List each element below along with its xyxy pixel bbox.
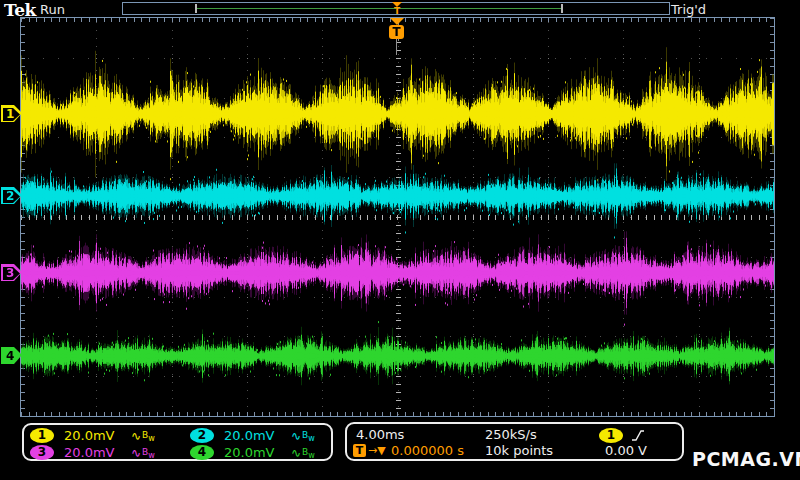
oscilloscope-screen: { "header": { "brand": "Tek", "acq_statu… [0,0,800,480]
ch3-position-marker[interactable]: 3 [1,264,22,281]
trigger-delay-readout: 0.000000 s [391,443,464,459]
channel-readouts-box[interactable]: 1 20.0mV ∿ Bw 2 20.0mV ∿ Bw 3 20.0mV ∿ B… [22,423,333,461]
ch1-scale: 20.0mV [64,428,115,443]
ch4-readout[interactable]: 4 20.0mV ∿ Bw [190,445,340,461]
sample-rate-readout: 250kS/s [485,427,537,443]
ch4-scale: 20.0mV [224,445,275,460]
trigger-delay-t-icon: T [353,444,366,457]
trigger-stem-line [396,39,397,55]
ac-coupling-icon: ∿ Bw [291,445,315,463]
ac-coupling-icon: ∿ Bw [131,428,155,446]
trigger-position-icon: T [390,2,404,15]
waveform-display [20,17,775,417]
record-window-line [197,8,561,9]
ch4-badge[interactable]: 4 [190,445,214,460]
trigger-level-readout: 0.00 V [605,443,647,459]
horizontal-trigger-readouts-box[interactable]: 4.00ms 250kS/s 1 T →▼ 0.000000 s 10k poi… [345,422,684,461]
waveform-canvas [21,18,774,416]
ch3-readout[interactable]: 3 20.0mV ∿ Bw [30,445,180,461]
ch1-badge[interactable]: 1 [30,428,54,443]
ch2-position-marker[interactable]: 2 [1,187,22,204]
trigger-arrow-icon [390,18,404,25]
trigger-position-marker[interactable]: T [388,18,405,39]
ch3-scale: 20.0mV [64,445,115,460]
ch2-badge[interactable]: 2 [190,428,214,443]
ch3-badge[interactable]: 3 [30,445,54,460]
ch2-readout[interactable]: 2 20.0mV ∿ Bw [190,428,340,444]
window-bracket-left [195,4,197,13]
acquisition-preview-bar[interactable]: T [122,2,670,15]
trigger-level-arrow-icon[interactable] [763,107,773,119]
record-length-readout: 10k points [485,443,553,459]
ch4-position-marker[interactable]: 4 [1,347,22,364]
timebase-readout: 4.00ms [356,427,404,443]
ch1-readout[interactable]: 1 20.0mV ∿ Bw [30,428,180,444]
arrow-icon: →▼ [368,443,386,459]
ac-coupling-icon: ∿ Bw [291,428,315,446]
ch2-scale: 20.0mV [224,428,275,443]
trigger-source-badge[interactable]: 1 [599,428,623,443]
ac-coupling-icon: ∿ Bw [131,445,155,463]
trigger-t-icon: T [389,25,404,39]
acquisition-status: Run [40,2,65,17]
trigger-status: Trig'd [671,2,706,17]
ch1-position-marker[interactable]: 1 [1,105,22,122]
window-bracket-right [561,4,563,13]
watermark: PCMAG.VN [692,448,800,470]
